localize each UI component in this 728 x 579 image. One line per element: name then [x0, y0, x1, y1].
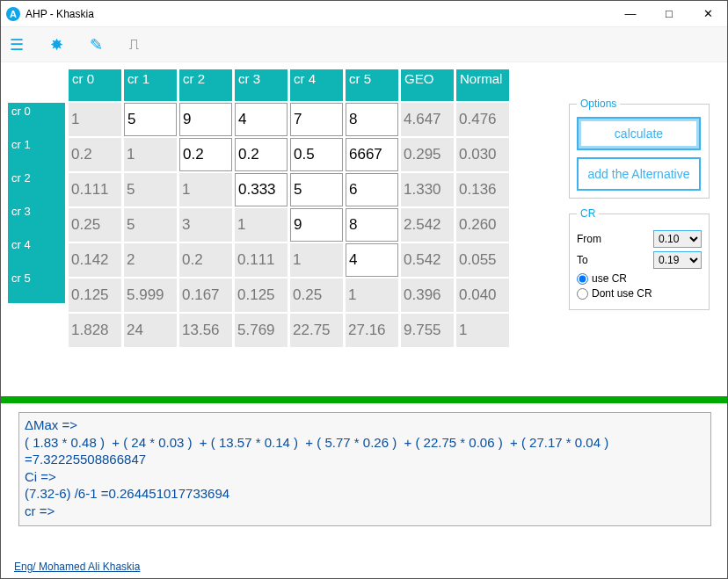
cell-4-3: 0.111: [235, 243, 288, 277]
cell-1-2[interactable]: 0.2: [179, 138, 232, 171]
cell-5-0: 0.125: [69, 279, 121, 312]
matrix-grid: cr 0cr 1cr 2cr 3cr 4cr 5GEONormal 159478…: [69, 69, 512, 349]
cell-0-0: 1: [69, 103, 121, 136]
cell-6-2: 13.56: [179, 314, 232, 347]
cell-0-3[interactable]: 4: [235, 103, 288, 136]
cell-2-3[interactable]: 0.333: [235, 173, 288, 206]
cell-5-3: 0.125: [235, 279, 288, 312]
add-alternative-button[interactable]: add the Alternative: [577, 157, 701, 191]
col-header-2: cr 2: [179, 69, 232, 101]
cell-2-2: 1: [179, 173, 232, 206]
cell-1-5[interactable]: 6667: [346, 138, 398, 171]
cell-0-5[interactable]: 8: [346, 103, 398, 136]
cell-5-6: 0.396: [401, 279, 454, 312]
close-button[interactable]: ✕: [688, 1, 727, 27]
row-label-5: cr 5: [8, 270, 65, 303]
cell-3-2: 3: [179, 208, 232, 242]
cell-1-7: 0.030: [456, 138, 509, 171]
edit-icon[interactable]: ✎: [90, 35, 103, 54]
footer-link[interactable]: Eng/ Mohamed Ali Khaskia: [14, 561, 140, 573]
cr-to-label: To: [577, 254, 588, 266]
cell-4-2: 0.2: [179, 243, 232, 277]
cell-4-4: 1: [290, 243, 343, 277]
row-label-1: cr 1: [8, 136, 65, 170]
dont-use-cr-label: Dont use CR: [592, 287, 652, 300]
cell-2-7: 0.136: [456, 173, 509, 206]
cell-2-6: 1.330: [401, 173, 454, 206]
toolbar: ☰ ✸ ✎ ⎍: [1, 27, 727, 62]
cell-3-5[interactable]: 8: [346, 208, 398, 242]
cell-4-5[interactable]: 4: [346, 243, 398, 277]
col-header-4: cr 4: [290, 69, 343, 101]
titlebar: A AHP - Khaskia — □ ✕: [1, 1, 727, 27]
maximize-button[interactable]: □: [650, 1, 688, 27]
cell-5-1: 5.999: [124, 279, 177, 312]
separator-bar: [1, 396, 727, 403]
cell-4-6: 0.542: [401, 243, 454, 277]
use-cr-radio[interactable]: [577, 273, 588, 285]
window-title: AHP - Khaskia: [25, 8, 611, 20]
cell-1-3[interactable]: 0.2: [235, 138, 288, 171]
cell-0-2[interactable]: 9: [179, 103, 232, 136]
cell-6-1: 24: [124, 314, 177, 347]
menu-icon[interactable]: ☰: [10, 35, 24, 54]
cell-5-5: 1: [346, 279, 398, 312]
cell-0-1[interactable]: 5: [124, 103, 177, 136]
cr-from-label: From: [577, 233, 601, 245]
cell-4-1: 2: [124, 243, 177, 277]
cell-4-7: 0.055: [456, 243, 509, 277]
col-header-6: GEO: [401, 69, 454, 101]
cell-3-4[interactable]: 9: [290, 208, 343, 242]
cell-5-2: 0.167: [179, 279, 232, 312]
cell-2-0: 0.111: [69, 173, 121, 206]
cell-1-4[interactable]: 0.5: [290, 138, 343, 171]
options-legend: Options: [577, 98, 620, 110]
cell-1-0: 0.2: [69, 138, 121, 171]
output-textarea[interactable]: ΔMax => ( 1.83 * 0.48 ) + ( 24 * 0.03 ) …: [18, 412, 711, 526]
cell-5-7: 0.040: [456, 279, 509, 312]
cell-6-3: 5.769: [235, 314, 288, 347]
cell-6-7: 1: [456, 314, 509, 347]
cell-6-4: 22.75: [290, 314, 343, 347]
cell-2-1: 5: [124, 173, 177, 206]
cell-1-6: 0.295: [401, 138, 454, 171]
cell-0-7: 0.476: [456, 103, 509, 136]
code-icon[interactable]: ⎍: [129, 35, 139, 54]
cell-3-7: 0.260: [456, 208, 509, 242]
cell-1-1: 1: [124, 138, 177, 171]
cr-legend: CR: [577, 207, 599, 220]
cr-from-select[interactable]: 0.10: [653, 230, 702, 248]
use-cr-label: use CR: [592, 272, 627, 285]
col-header-0: cr 0: [69, 69, 121, 101]
col-header-1: cr 1: [124, 69, 177, 101]
app-icon: A: [6, 7, 20, 21]
cell-6-6: 9.755: [401, 314, 454, 347]
cell-2-5[interactable]: 6: [346, 173, 398, 206]
row-label-4: cr 4: [8, 236, 65, 270]
cell-3-1: 5: [124, 208, 177, 242]
row-label-3: cr 3: [8, 203, 65, 236]
dont-use-cr-radio[interactable]: [577, 288, 588, 300]
calculate-button[interactable]: calculate: [577, 117, 701, 150]
row-label-0: cr 0: [8, 103, 65, 136]
cell-4-0: 0.142: [69, 243, 121, 277]
cell-3-3: 1: [235, 208, 288, 242]
cell-3-6: 2.542: [401, 208, 454, 242]
col-header-3: cr 3: [235, 69, 288, 101]
cell-6-5: 27.16: [346, 314, 398, 347]
cell-3-0: 0.25: [69, 208, 121, 242]
cell-2-4[interactable]: 5: [290, 173, 343, 206]
options-group: Options calculate add the Alternative: [569, 98, 710, 199]
cell-5-4: 0.25: [290, 279, 343, 312]
cell-0-4[interactable]: 7: [290, 103, 343, 136]
cell-0-6: 4.647: [401, 103, 454, 136]
new-icon[interactable]: ✸: [50, 35, 63, 54]
minimize-button[interactable]: —: [611, 1, 650, 27]
cr-group: CR From 0.10 To 0.19 use CR Dont use CR: [569, 207, 710, 310]
col-header-5: cr 5: [346, 69, 398, 101]
cr-to-select[interactable]: 0.19: [653, 251, 702, 269]
col-header-7: Normal: [456, 69, 509, 101]
cell-6-0: 1.828: [69, 314, 121, 347]
row-label-2: cr 2: [8, 170, 65, 203]
